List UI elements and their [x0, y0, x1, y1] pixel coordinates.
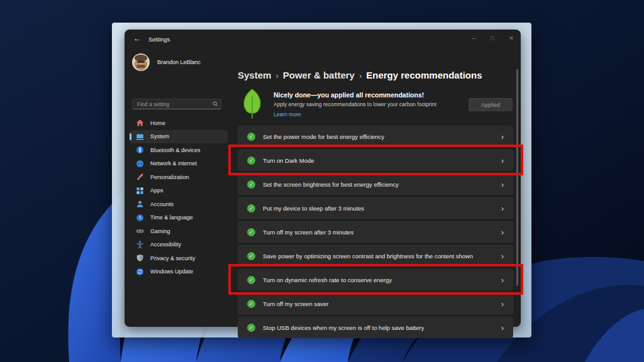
- sidebar-item-label: Bluetooth & devices: [150, 147, 201, 153]
- breadcrumb: System›Power & battery›Energy recommenda…: [238, 70, 482, 80]
- breadcrumb-segment: Energy recommendations: [366, 70, 482, 80]
- sidebar: Brandon LeBlanc HomeSystemBluetooth & de…: [125, 48, 233, 327]
- applied-check-icon: ✓: [247, 156, 255, 165]
- sidebar-item-personalization[interactable]: Personalization: [130, 170, 228, 184]
- applied-check-icon: ✓: [247, 228, 255, 236]
- recommendation-label: Set the screen brightness for best energ…: [263, 181, 399, 188]
- chevron-right-icon: ›: [501, 252, 504, 260]
- sidebar-item-accounts[interactable]: Accounts: [130, 197, 228, 211]
- back-button[interactable]: ←: [133, 34, 141, 43]
- chevron-right-icon: ›: [501, 133, 504, 141]
- apps-icon: [136, 187, 144, 195]
- banner-text: Nicely done—you applied all recommendati…: [274, 91, 462, 119]
- recommendation-label: Save power by optimizing screen contrast…: [263, 253, 473, 260]
- settings-window: ← Settings ─ □ ✕ Brandon LeBlanc HomeSys…: [125, 30, 521, 327]
- sidebar-item-label: Accounts: [150, 201, 174, 207]
- scrollbar[interactable]: [516, 69, 518, 286]
- sidebar-item-label: Personalization: [150, 174, 189, 180]
- sidebar-item-label: Windows Update: [150, 268, 193, 275]
- chevron-right-icon: ›: [501, 204, 504, 212]
- breadcrumb-segment[interactable]: System: [238, 70, 271, 80]
- privacy-security-icon: [136, 254, 144, 262]
- sidebar-item-windows-update[interactable]: Windows Update: [130, 265, 228, 279]
- chevron-right-icon: ›: [501, 156, 504, 165]
- time-language-icon: [136, 214, 144, 222]
- minimize-icon[interactable]: ─: [464, 30, 483, 47]
- accounts-icon: [136, 200, 144, 208]
- sidebar-item-label: Apps: [150, 187, 164, 194]
- recommendation-label: Put my device to sleep after 3 minutes: [263, 205, 364, 212]
- home-icon: [136, 119, 144, 127]
- recommendation-row[interactable]: ✓Turn off my screen after 3 minutes›: [238, 221, 513, 243]
- leaf-icon: [240, 89, 264, 120]
- banner-subtitle: Apply energy saving recommendations to l…: [274, 101, 462, 107]
- sidebar-item-apps[interactable]: Apps: [130, 184, 228, 198]
- windows-update-icon: [136, 268, 144, 276]
- main-content: System›Power & battery›Energy recommenda…: [238, 48, 521, 327]
- recommendation-label: Turn off my screen after 3 minutes: [263, 229, 353, 236]
- sidebar-item-network-internet[interactable]: Network & internet: [130, 157, 228, 171]
- recommendation-row[interactable]: ✓Turn on Dark Mode›: [238, 150, 513, 171]
- recommendation-row[interactable]: ✓Stop USB devices when my screen is off …: [238, 317, 513, 338]
- scrollbar-thumb[interactable]: [516, 69, 518, 286]
- sidebar-item-accessibility[interactable]: Accessibility: [130, 238, 228, 252]
- bluetooth-icon: [136, 146, 144, 154]
- system-icon: [136, 133, 144, 141]
- applied-check-icon: ✓: [247, 252, 255, 260]
- recommendation-label: Set the power mode for best energy effic…: [263, 133, 384, 140]
- sidebar-item-bluetooth-devices[interactable]: Bluetooth & devices: [130, 143, 228, 157]
- sidebar-item-gaming[interactable]: Gaming: [130, 224, 228, 238]
- recommendation-label: Turn on dynamic refresh rate to conserve…: [263, 277, 392, 283]
- search-icon: [211, 101, 219, 107]
- maximize-icon[interactable]: □: [483, 30, 502, 47]
- recommendation-row[interactable]: ✓Set the screen brightness for best ener…: [238, 173, 513, 195]
- applied-check-icon: ✓: [247, 180, 255, 189]
- energy-banner: Nicely done—you applied all recommendati…: [240, 89, 517, 121]
- banner-title: Nicely done—you applied all recommendati…: [274, 91, 462, 99]
- avatar: [132, 53, 150, 71]
- sidebar-item-time-language[interactable]: Time & language: [130, 211, 228, 225]
- chevron-right-icon: ›: [501, 324, 504, 332]
- sidebar-item-system[interactable]: System: [130, 130, 228, 144]
- close-icon[interactable]: ✕: [502, 30, 521, 47]
- recommendation-label: Stop USB devices when my screen is off t…: [263, 324, 424, 331]
- titlebar: ← Settings ─ □ ✕: [125, 30, 521, 48]
- search-box: [132, 99, 221, 109]
- breadcrumb-separator: ›: [359, 71, 362, 80]
- search-input[interactable]: [133, 101, 211, 107]
- network-icon: [136, 160, 144, 168]
- breadcrumb-segment[interactable]: Power & battery: [283, 70, 355, 80]
- sidebar-item-label: Network & internet: [150, 160, 197, 167]
- chevron-right-icon: ›: [501, 228, 504, 236]
- account-name: Brandon LeBlanc: [157, 59, 201, 65]
- chevron-right-icon: ›: [501, 180, 504, 189]
- recommendation-row[interactable]: ✓Set the power mode for best energy effi…: [238, 126, 513, 147]
- chevron-right-icon: ›: [501, 300, 504, 308]
- personalization-icon: [136, 173, 144, 181]
- chevron-right-icon: ›: [501, 276, 504, 284]
- applied-check-icon: ✓: [247, 324, 255, 332]
- sidebar-item-label: Time & language: [150, 214, 193, 221]
- recommendation-row[interactable]: ✓Put my device to sleep after 3 minutes›: [238, 197, 513, 219]
- recommendation-label: Turn on Dark Mode: [263, 157, 314, 164]
- applied-button[interactable]: Applied: [469, 98, 513, 111]
- recommendation-list: ✓Set the power mode for best energy effi…: [238, 126, 513, 341]
- sidebar-item-label: Gaming: [150, 228, 170, 234]
- applied-check-icon: ✓: [247, 276, 255, 284]
- recommendation-row[interactable]: ✓Save power by optimizing screen contras…: [238, 245, 513, 266]
- breadcrumb-separator: ›: [275, 71, 278, 80]
- account-area[interactable]: Brandon LeBlanc: [132, 53, 201, 71]
- sidebar-item-label: Home: [150, 120, 165, 126]
- sidebar-item-label: Privacy & security: [150, 255, 196, 261]
- sidebar-item-privacy-security[interactable]: Privacy & security: [130, 251, 228, 265]
- recommendation-row[interactable]: ✓Turn off my screen saver›: [238, 293, 513, 314]
- sidebar-item-label: Accessibility: [150, 241, 181, 248]
- learn-more-link[interactable]: Learn more: [274, 111, 301, 118]
- sidebar-item-home[interactable]: Home: [130, 116, 228, 130]
- applied-check-icon: ✓: [247, 133, 255, 141]
- window-controls: ─ □ ✕: [464, 30, 521, 47]
- sidebar-item-label: System: [150, 133, 169, 140]
- recommendation-row[interactable]: ✓Turn on dynamic refresh rate to conserv…: [238, 269, 513, 290]
- applied-check-icon: ✓: [247, 300, 255, 308]
- window-title: Settings: [148, 36, 170, 43]
